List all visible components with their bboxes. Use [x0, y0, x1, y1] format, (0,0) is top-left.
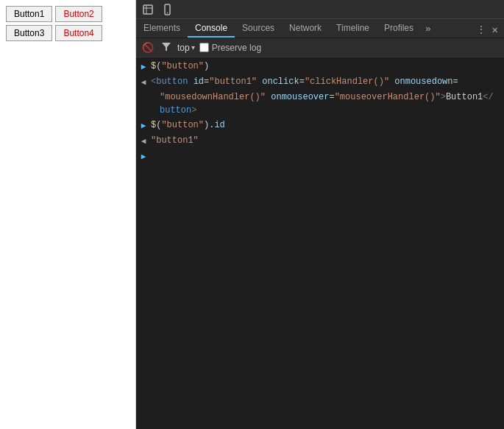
result-arrow-4: ◀: [136, 134, 151, 148]
close-devtools-icon[interactable]: ✕: [491, 22, 500, 38]
console-output[interactable]: ▶ $("button") ◀ <button id="button1" onc…: [136, 57, 504, 429]
tab-sources[interactable]: Sources: [235, 20, 282, 38]
console-output-2: <button id="button1" onclick="clickHandl…: [151, 75, 504, 88]
console-input-1: $("button"): [151, 60, 504, 73]
left-panel: Button1 Button2 Button3 Button4: [0, 0, 136, 429]
preserve-log-label[interactable]: Preserve log: [212, 43, 261, 53]
console-output-2b: "mousedownHandler()" onmouseover="mouseo…: [151, 91, 504, 117]
filter-icon[interactable]: [160, 40, 173, 56]
prompt-arrow: ▶: [136, 149, 151, 163]
console-input-3: $("button").id: [151, 118, 504, 132]
console-result-4: "button1": [151, 134, 504, 147]
tab-more-icon[interactable]: »: [421, 21, 436, 38]
input-arrow-3: ▶: [136, 118, 151, 132]
tab-elements[interactable]: Elements: [136, 20, 188, 38]
devtools-tabs: Elements Console Sources Network Timelin…: [136, 19, 504, 38]
dropdown-arrow-icon: ▾: [191, 43, 195, 52]
preserve-log-checkbox[interactable]: [199, 43, 209, 52]
continuation-spacer: [136, 91, 151, 91]
console-line-3: ▶ $("button").id: [136, 118, 504, 133]
context-selector[interactable]: top ▾: [177, 43, 195, 53]
console-prompt-line: ▶: [136, 149, 504, 164]
console-line-1: ▶ $("button"): [136, 59, 504, 74]
console-line-2: ◀ <button id="button1" onclick="clickHan…: [136, 74, 504, 90]
button1[interactable]: Button1: [6, 6, 52, 22]
settings-icon[interactable]: ⋮: [475, 22, 488, 38]
svg-marker-5: [162, 43, 171, 51]
button4[interactable]: Button4: [55, 25, 102, 41]
svg-point-4: [167, 12, 168, 13]
console-prompt-content: [151, 149, 504, 163]
tab-actions: ⋮ ✕: [470, 22, 504, 38]
tab-timeline[interactable]: Timeline: [329, 20, 377, 38]
tab-network[interactable]: Network: [282, 20, 329, 38]
input-arrow-1: ▶: [136, 60, 151, 74]
console-line-2b: "mousedownHandler()" onmouseover="mouseo…: [136, 90, 504, 118]
button2[interactable]: Button2: [55, 6, 102, 22]
console-toolbar: 🚫 top ▾ Preserve log: [136, 38, 504, 57]
button3[interactable]: Button3: [6, 25, 52, 41]
mobile-icon[interactable]: [158, 2, 176, 17]
devtools-top-toolbar: [136, 0, 504, 19]
clear-console-icon[interactable]: 🚫: [141, 40, 155, 55]
button-row-1: Button1 Button2: [6, 6, 129, 22]
svg-rect-0: [143, 5, 152, 14]
devtools-panel: Elements Console Sources Network Timelin…: [136, 0, 504, 429]
inspect-icon[interactable]: [139, 2, 157, 17]
tab-profiles[interactable]: Profiles: [377, 20, 421, 38]
console-line-4: ◀ "button1": [136, 133, 504, 149]
tab-console[interactable]: Console: [188, 20, 235, 38]
top-label: top: [177, 43, 190, 53]
button-row-2: Button3 Button4: [6, 25, 129, 41]
preserve-log-container: Preserve log: [199, 43, 261, 53]
output-arrow-2: ◀: [136, 75, 151, 89]
